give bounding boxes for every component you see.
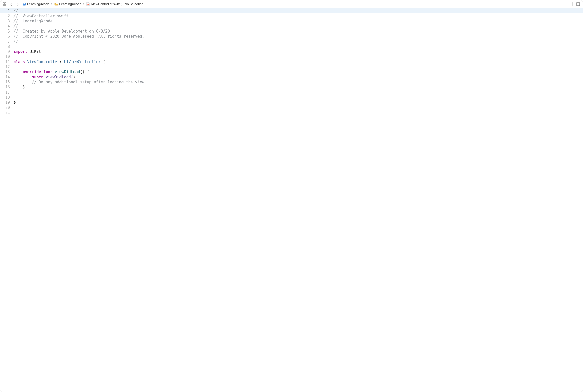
code-token: {	[101, 59, 105, 64]
code-token: class	[13, 59, 25, 64]
swift-file-icon	[86, 2, 90, 6]
breadcrumb-sep	[51, 3, 53, 6]
line-number[interactable]: 14	[0, 74, 12, 80]
line-number[interactable]: 8	[0, 44, 12, 49]
chevron-right-icon	[17, 2, 19, 6]
code-line[interactable]: // Do any additional setup after loading…	[12, 80, 583, 85]
line-number[interactable]: 7	[0, 39, 12, 44]
code-line[interactable]: class ViewController: UIViewController {	[12, 59, 583, 64]
line-number[interactable]: 1	[0, 8, 12, 13]
breadcrumb-file[interactable]: ViewController.swift	[85, 2, 120, 6]
line-number[interactable]: 15	[0, 80, 12, 85]
code-line[interactable]: //	[12, 8, 583, 13]
breadcrumb-sep	[121, 3, 123, 6]
line-number[interactable]: 10	[0, 54, 12, 59]
code-token: // Do any additional setup after loading…	[32, 80, 147, 84]
line-number[interactable]: 9	[0, 49, 12, 54]
code-token: import	[13, 49, 27, 54]
nav-forward-button[interactable]	[15, 1, 21, 7]
code-line[interactable]: super.viewDidLoad()	[12, 74, 583, 80]
line-number[interactable]: 21	[0, 110, 12, 115]
code-line[interactable]	[12, 95, 583, 100]
code-token: // Copyright © 2020 Jane Appleseed. All …	[13, 34, 144, 39]
add-editor-icon	[576, 2, 580, 6]
breadcrumb-group[interactable]: LearningXcode	[53, 2, 82, 6]
svg-rect-2	[3, 4, 4, 6]
breadcrumb-selection[interactable]: No Selection	[124, 2, 144, 6]
code-token: :	[59, 59, 64, 64]
code-token: viewDidLoad	[45, 75, 71, 79]
code-token: () {	[80, 70, 89, 74]
code-token: //	[13, 39, 18, 44]
code-line[interactable]	[12, 54, 583, 59]
code-line[interactable]	[12, 90, 583, 95]
breadcrumb-group-label: LearningXcode	[59, 2, 81, 6]
code-token	[13, 70, 23, 74]
line-number[interactable]: 11	[0, 59, 12, 64]
code-area[interactable]: //// ViewController.swift// LearningXcod…	[12, 8, 583, 392]
svg-rect-6	[23, 4, 25, 4]
breadcrumb-selection-label: No Selection	[125, 2, 143, 6]
code-line[interactable]: override func viewDidLoad() {	[12, 69, 583, 74]
code-line[interactable]: // LearningXcode	[12, 19, 583, 24]
code-line[interactable]: //	[12, 24, 583, 29]
code-line[interactable]: import UIKit	[12, 49, 583, 54]
line-number-gutter[interactable]: 123456789101112131415161718192021	[0, 8, 12, 392]
code-line[interactable]	[12, 64, 583, 69]
code-line[interactable]: }	[12, 100, 583, 105]
code-token: }	[13, 100, 16, 105]
code-line[interactable]	[12, 110, 583, 115]
code-token: viewDidLoad	[55, 70, 80, 74]
jump-bar-right	[564, 1, 581, 7]
code-token: }	[13, 85, 25, 89]
svg-rect-0	[3, 3, 4, 4]
line-number[interactable]: 17	[0, 90, 12, 95]
code-token	[13, 80, 32, 84]
breadcrumb-project[interactable]: LearningXcode	[22, 2, 50, 6]
svg-rect-3	[5, 4, 6, 6]
jump-bar-left: LearningXcode LearningXcode	[2, 1, 564, 7]
adjust-editor-options-button[interactable]	[564, 1, 569, 7]
code-token	[13, 75, 32, 79]
code-token: // Created by Apple Development on 6/8/2…	[13, 29, 112, 34]
svg-rect-5	[23, 3, 25, 4]
code-token: override	[23, 70, 41, 74]
code-token: //	[13, 24, 18, 28]
code-token: UIViewController	[64, 59, 101, 64]
code-token	[27, 49, 29, 54]
code-token: ()	[71, 75, 75, 79]
nav-back-button[interactable]	[8, 1, 14, 7]
related-items-icon	[3, 2, 6, 6]
code-line[interactable]: }	[12, 85, 583, 90]
line-number[interactable]: 18	[0, 95, 12, 100]
breadcrumb-sep	[83, 3, 85, 6]
line-number[interactable]: 19	[0, 100, 12, 105]
breadcrumb-file-label: ViewController.swift	[91, 2, 120, 6]
code-line[interactable]: // Copyright © 2020 Jane Appleseed. All …	[12, 34, 583, 39]
add-editor-button[interactable]	[576, 1, 581, 7]
related-items-button[interactable]	[2, 1, 7, 7]
line-number[interactable]: 4	[0, 24, 12, 29]
code-line[interactable]: // ViewController.swift	[12, 13, 583, 19]
line-number[interactable]: 3	[0, 19, 12, 24]
breadcrumb: LearningXcode LearningXcode	[22, 2, 144, 6]
source-editor[interactable]: 123456789101112131415161718192021 //// V…	[0, 8, 583, 392]
line-number[interactable]: 13	[0, 69, 12, 74]
editor-window: LearningXcode LearningXcode	[0, 0, 583, 392]
line-number[interactable]: 20	[0, 105, 12, 110]
code-line[interactable]: // Created by Apple Development on 6/8/2…	[12, 29, 583, 34]
line-number[interactable]: 12	[0, 64, 12, 69]
code-token: ViewController	[27, 59, 59, 64]
line-number[interactable]: 2	[0, 13, 12, 19]
xcodeproj-icon	[22, 2, 26, 6]
line-number[interactable]: 5	[0, 29, 12, 34]
line-number[interactable]: 16	[0, 85, 12, 90]
code-token	[25, 59, 27, 64]
line-number[interactable]: 6	[0, 34, 12, 39]
code-token: func	[43, 70, 52, 74]
code-line[interactable]: //	[12, 39, 583, 44]
code-line[interactable]	[12, 44, 583, 49]
code-token: // LearningXcode	[13, 19, 53, 23]
code-token: UIKit	[29, 49, 41, 54]
code-line[interactable]	[12, 105, 583, 110]
